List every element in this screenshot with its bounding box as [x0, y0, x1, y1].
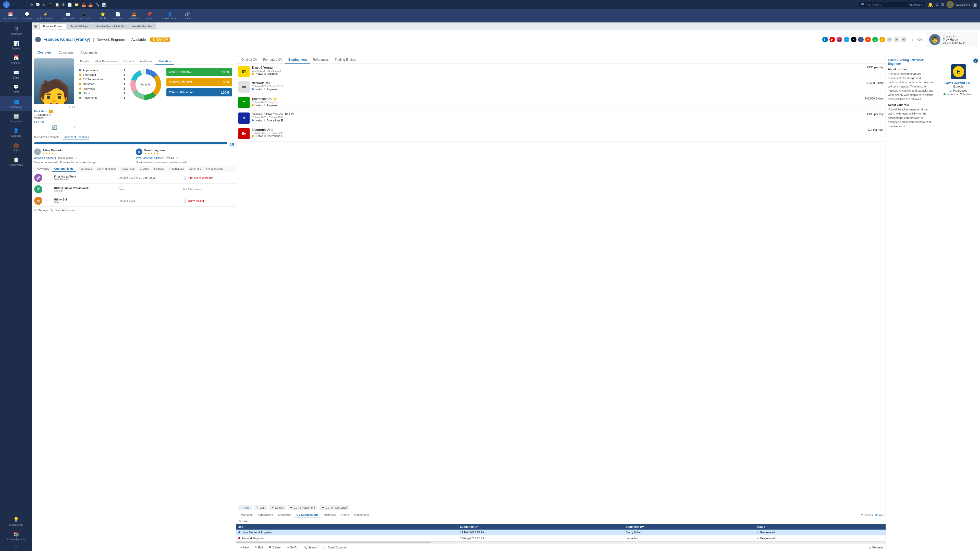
icon-4[interactable]: 📱: [48, 3, 52, 6]
notifications-icon[interactable]: 🔔: [928, 2, 933, 7]
company-link[interactable]: Berkshire: [34, 110, 47, 113]
ba-delete-btn[interactable]: ✖ Delete: [267, 545, 283, 550]
close-small-icon[interactable]: ✖: [901, 37, 907, 42]
tab-placement-feedback[interactable]: Placement Feedback: [62, 135, 89, 140]
sidebar-item-knowledgebase[interactable]: 📚 Knowledgebase: [0, 529, 32, 543]
icon-5[interactable]: 📋: [55, 3, 59, 6]
submit-cv-button[interactable]: 📤 Submit CV: [127, 11, 142, 21]
send-sms-button[interactable]: 📱 Send SMS: [77, 11, 92, 21]
find-record-search[interactable]: 🔍 Find Record: [859, 2, 925, 7]
cv-row-0[interactable]: Java Backend Engineer 14-Feb-2023 15:29 …: [236, 530, 886, 535]
details-link[interactable]: Details: [875, 513, 883, 516]
cf-tab-groups[interactable]: Groups: [137, 166, 151, 172]
sidebar-item-sms[interactable]: 💬 SMS: [0, 82, 32, 96]
manage-button[interactable]: ⚙ Manage: [34, 208, 48, 212]
sidebar-item-jobs[interactable]: 💼 Jobs: [0, 140, 32, 154]
tab-interview-feedback[interactable]: Interview Feedback: [34, 135, 59, 140]
find-record-input[interactable]: [866, 3, 907, 6]
icon-10[interactable]: 📤: [88, 3, 93, 6]
icon-12[interactable]: 📊: [102, 3, 107, 6]
shortlist-button[interactable]: ⭐ Shortlist: [96, 11, 110, 21]
refresh-icon[interactable]: ↩: [886, 37, 892, 42]
right-tab-references[interactable]: References: [310, 56, 331, 64]
filter-icon[interactable]: ⚗: [239, 519, 241, 523]
emp-delete-btn[interactable]: ✖ Delete: [269, 505, 286, 510]
bottom-tab-shortlisted[interactable]: Shortlisted: [275, 512, 294, 518]
ba-open-doc-btn[interactable]: 📄 Open Document: [321, 545, 350, 550]
tab-work-prefs[interactable]: Work Preferences: [92, 59, 121, 65]
back-arrow[interactable]: ←: [11, 2, 17, 7]
tab-statistics[interactable]: Statistics: [156, 59, 174, 65]
ba-search-btn[interactable]: 🔍 Search: [301, 545, 319, 550]
tab-frances-kumar[interactable]: Frances Kumar: [39, 24, 66, 29]
cf-tab-assignees[interactable]: Assignees: [119, 166, 137, 172]
right-tab-trading[interactable]: Trading Entities: [331, 56, 359, 64]
create-contact-button[interactable]: 👤 Create Contact: [160, 11, 180, 21]
open-attachment-button[interactable]: 📎 Open Attachment: [50, 208, 76, 212]
icon-11[interactable]: 🔧: [95, 3, 100, 6]
emp-edit-btn[interactable]: ✎ Edit: [254, 505, 267, 510]
icon-6[interactable]: ⚙: [62, 3, 65, 6]
tab-jessie-phillips[interactable]: Jessie Phillips: [67, 24, 92, 29]
icon-9[interactable]: 📥: [81, 3, 86, 6]
icon-8[interactable]: 📁: [75, 3, 79, 6]
twitter-icon[interactable]: 🐦: [844, 37, 850, 42]
sidebar-item-companies[interactable]: 🏢 Companies: [0, 111, 32, 125]
email-small-icon[interactable]: ✉: [894, 37, 899, 42]
cf-tab-custom-fields[interactable]: Custom Fields: [52, 166, 76, 172]
cf-tab-summary[interactable]: Summary: [186, 166, 204, 172]
comment-button[interactable]: 💬 Comment: [20, 11, 34, 21]
appointment-button[interactable]: 📅 Appointment: [2, 11, 19, 21]
settings-icon[interactable]: ⚙: [935, 2, 939, 7]
progress-btn[interactable]: ▲ Progress: [869, 546, 883, 549]
bottom-tab-offers[interactable]: Offers: [339, 512, 352, 518]
cf-tab-keywords[interactable]: Keywords: [34, 166, 52, 172]
sidebar-item-email[interactable]: ✉️ Email: [0, 67, 32, 82]
sidebar-item-suggestions[interactable]: 💡 Suggestions: [0, 514, 32, 529]
market-cv-button[interactable]: 📄 Market CV: [110, 11, 126, 21]
cf-tab-restrictions[interactable]: Restrictions: [167, 166, 186, 172]
sub-tab-attachments[interactable]: Attachments: [77, 49, 101, 56]
sidebar-toggle[interactable]: ≡: [0, 543, 32, 551]
youtube-icon[interactable]: ▶: [829, 37, 835, 42]
scrollbar-thumb[interactable]: [236, 541, 431, 543]
cf-tab-communication[interactable]: Communication: [94, 166, 119, 172]
bottom-tab-marketed[interactable]: Marketed: [239, 512, 255, 518]
photo-prev[interactable]: ‹: [34, 124, 35, 130]
right-tab-formatted-cv[interactable]: Formatted CV: [260, 56, 285, 64]
forward-arrow[interactable]: →: [18, 2, 24, 7]
sidebar-item-reports[interactable]: 📊 Reports: [0, 38, 32, 52]
tab-amelia-grace[interactable]: Amelia-Grace Nicholls: [92, 24, 128, 29]
sidebar-item-applicants[interactable]: 👥 Applicants: [0, 96, 32, 111]
cf-tab-relationships[interactable]: Relationships: [204, 166, 226, 172]
grid-icon[interactable]: ⊞: [941, 2, 944, 7]
bottom-tab-interviews[interactable]: Interviews: [321, 512, 339, 518]
sub-tab-overview[interactable]: Overview: [34, 49, 55, 56]
sidebar-item-dashboard[interactable]: ⊞ Dashboard: [0, 24, 32, 38]
tab-areeba-gamble[interactable]: Areeba Gamble: [128, 24, 156, 29]
quick-comment-button[interactable]: ⚡ Quick Comment: [35, 11, 56, 21]
place-button[interactable]: 📌 Place: [143, 11, 156, 21]
reddit-icon[interactable]: ●: [865, 37, 871, 42]
emp-goto-reference-btn[interactable]: ➜ Go To Reference: [320, 505, 349, 510]
emp-new-btn[interactable]: + New: [239, 505, 251, 510]
user-menu-icon[interactable]: ▣: [973, 2, 977, 7]
icon-3[interactable]: ✉: [42, 3, 45, 6]
send-email-button[interactable]: ✉️ Send Email: [60, 11, 76, 21]
right-tab-employment[interactable]: Employment: [285, 56, 310, 64]
icon-2[interactable]: 💬: [35, 3, 40, 6]
cf-file-0[interactable]: 📄 First Aid at Work.pdf: [183, 176, 234, 179]
instagram-icon[interactable]: 📷: [837, 37, 842, 42]
linkedin-icon[interactable]: in: [822, 37, 828, 42]
bottom-tab-cv-submissions[interactable]: CV Submissions: [294, 512, 321, 518]
share-button[interactable]: 🔗 Share: [181, 11, 194, 21]
xing-icon[interactable]: ✕: [851, 37, 856, 42]
tab-additional[interactable]: Additional: [137, 59, 155, 65]
sub-tab-comments[interactable]: Comments: [55, 49, 77, 56]
tab-details[interactable]: Details: [77, 59, 92, 65]
sidebar-item-contacts[interactable]: 👤 Contacts: [0, 125, 32, 140]
icon-7[interactable]: 📄: [68, 3, 72, 6]
star-icon[interactable]: ⭐: [880, 37, 885, 42]
cf-tab-sources[interactable]: Sources: [151, 166, 167, 172]
ba-new-btn[interactable]: + New: [239, 545, 251, 550]
